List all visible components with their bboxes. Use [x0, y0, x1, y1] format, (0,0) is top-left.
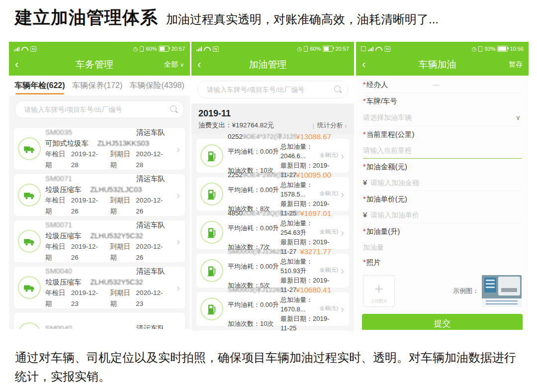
total-fuel: 2046.6... [280, 152, 306, 160]
record-id-masked: 2OE4*23Q(津J22256) [243, 209, 300, 217]
inspection-date-label: 年检日期 [45, 241, 68, 263]
latest-date-label: 最新日期： [280, 200, 313, 207]
search-input[interactable] [23, 105, 167, 114]
stats-analysis-link[interactable]: | 统计分析 › [313, 121, 347, 130]
save-draft-button[interactable]: 暂存 [493, 60, 523, 69]
vehicle-card[interactable]: SM0071 清运车队 垃圾压缩车 ZLHU532LJC03 年检日期 2019… [14, 174, 185, 216]
volume-input[interactable]: 加油量 [363, 239, 522, 255]
expire-date: 2020-12-26 [136, 195, 165, 217]
battery-icon [159, 46, 169, 52]
search-input[interactable] [206, 86, 331, 94]
latest-date-label: 最新日期： [280, 315, 313, 322]
avg-consumption: 0.00升 [260, 263, 279, 270]
chevron-down-icon: ∨ [180, 62, 184, 68]
vehicle-card[interactable]: SM0035 清运车队 可卸式垃圾车 ZLHJ513KKS03 年检日期 201… [14, 128, 185, 170]
page-header: 建立加油管理体系 加油过程真实透明，对账准确高效，油耗清晰明了... [15, 6, 527, 29]
fuel-record-card[interactable]: SM0003(津J12265) ¥10680.41 平均油耗：0.00升 总加油… [196, 292, 349, 326]
amount-input[interactable]: ¥请输入加油金额 [363, 175, 522, 191]
nfc-icon: N [30, 46, 36, 52]
fleet-name: 清运车队 [136, 266, 165, 277]
vehicle-card[interactable]: SM0071 清运车队 垃圾压缩车 ZLHU532Y5C32 年检日期 2019… [14, 220, 185, 262]
total-fuel-label: 总加油量： [280, 219, 313, 227]
avg-consumption-label: 平均油耗： [228, 148, 260, 155]
vehicle-select[interactable]: 请选择加油车辆 ∨ [363, 109, 522, 126]
mileage-input[interactable]: 请输入当前里程 [363, 142, 522, 159]
chevron-right-icon: › [177, 282, 180, 294]
total-fuel: 510.93升 [280, 267, 307, 275]
avg-consumption: 0.00升 [260, 224, 279, 232]
phone1-search-area [9, 96, 190, 123]
inspection-date: 2019-12-26 [71, 195, 100, 217]
chevron-right-icon: › [177, 236, 180, 247]
vehicle-card[interactable]: SM0040 清运车队 年检日期 到期日期 [14, 313, 185, 329]
price-label-row: *加油单价(元) [363, 191, 522, 207]
phone2-statusbar: N ◷ 60% 20:57 [191, 42, 354, 56]
back-icon[interactable]: ‹ [197, 60, 217, 70]
inspection-date: 2019-12-26 [71, 241, 100, 263]
phone1-title: 车务管理 [35, 58, 154, 71]
amount-label: 加油金额(元) [366, 163, 407, 171]
latest-date-label: 最新日期： [280, 277, 313, 284]
phone2-navbar: ‹ 加油管理 [191, 56, 354, 76]
amount-unit-label: 金额(元) [320, 190, 338, 197]
example-label: 示例图： [453, 287, 479, 295]
operator-value: — [433, 77, 440, 93]
fuel-record-card[interactable]: SM0000(津J13625) ¥3271.77 平均油耗：0.00升 总加油量… [196, 254, 349, 288]
page-subtitle: 加油过程真实透明，对账准确高效，油耗清晰明了... [166, 11, 439, 27]
amount-unit-label: 金额(元) [320, 305, 338, 312]
signal-icon [14, 46, 19, 51]
vehicle-type: 垃圾压缩车 [45, 230, 82, 241]
signal-icon [368, 46, 373, 51]
submit-button[interactable]: 提交 [362, 314, 523, 330]
back-icon[interactable]: ‹ [15, 60, 35, 70]
chevron-right-icon: › [177, 190, 180, 201]
refuel-form: *经办人 — *车牌/车号 请选择加油车辆 ∨ *当前里程(公里) 请输入当前里… [356, 76, 529, 310]
fuel-record-card[interactable]: 22529OE4*2W9(津J12254) ¥10095.00 平均油耗：0.0… [196, 177, 349, 211]
nfc-icon: N [213, 46, 219, 52]
signal-icon [196, 46, 202, 51]
upload-photo-button[interactable]: + 上传图片 [363, 275, 395, 307]
alarm-icon: ◷ [472, 46, 477, 52]
phone1-tabs: 车辆年检(622) 车辆保养(172) 车辆保险(4398) [9, 76, 190, 96]
month-summary: 2019-11 油费支出：¥192764.82元 | 统计分析 › [191, 103, 354, 134]
alarm-icon: ◷ [133, 46, 138, 52]
battery-percent: 93% [484, 46, 495, 52]
vehicle-id: SM0071 [45, 173, 72, 184]
fuel-pump-icon [200, 259, 223, 282]
clock-text: 10:56 [510, 46, 524, 52]
record-id-masked: 9OE4*2W9(津J12254) [243, 171, 296, 179]
search-box[interactable] [197, 81, 348, 98]
fuel-record-list: 02529OE4*372(津J12545) ¥13088.67 平均油耗：0.0… [191, 139, 354, 331]
fuel-pump-icon [200, 221, 223, 244]
amount-unit-label: 金额(元) [320, 228, 338, 235]
vehicle-card[interactable]: SM0040 清运车队 垃圾压缩车 ZLHU532Y5C32 年检日期 2019… [14, 267, 185, 308]
expire-date-label: 到期日期 [110, 288, 133, 309]
avg-consumption: 0.00升 [260, 186, 279, 194]
avg-consumption-label: 平均油耗： [228, 301, 260, 308]
volume-placeholder: 加油量 [363, 243, 384, 251]
vehicle-select-placeholder: 请选择加油车辆 [363, 113, 412, 121]
wifi-icon [375, 47, 382, 51]
tab-annual-inspection[interactable]: 车辆年检(622) [13, 76, 66, 96]
fuel-record-card[interactable]: 02529OE4*372(津J12545) ¥13088.67 平均油耗：0.0… [196, 139, 349, 173]
fuel-record-card[interactable]: 48502OE4*23Q(津J22256) ¥1697.01 平均油耗：0.00… [196, 215, 349, 249]
amount-label-row: *加油金额(元) [363, 159, 522, 175]
inspection-date-label: 年检日期 [45, 288, 68, 309]
back-icon[interactable]: ‹ [362, 60, 382, 70]
clock-text: 20:57 [171, 46, 185, 52]
avg-consumption: 0.00升 [260, 148, 279, 155]
upload-text: 上传图片 [363, 298, 394, 304]
filter-all-button[interactable]: 全部 ∨ [154, 60, 184, 69]
avg-consumption: 0.00升 [260, 301, 279, 308]
phone2-header: N ◷ 60% 20:57 ‹ 加油管理 [191, 42, 354, 76]
fuel-record-card[interactable]: SM0000 ¥6857.00 平均油耗： 总加油量： 加油次数： 最新日期： … [196, 330, 349, 331]
expire-date: 2020-12-28 [136, 149, 165, 171]
tab-maintenance[interactable]: 车辆保养(172) [71, 76, 123, 96]
fuel-pump-icon [200, 144, 223, 167]
vehicle-id: SM0035 [45, 127, 72, 138]
price-input[interactable]: ¥请输入加油单价 [363, 207, 522, 223]
tab-insurance[interactable]: 车辆保险(4398) [129, 76, 185, 96]
search-box[interactable] [15, 100, 184, 118]
inspection-date-label: 年检日期 [45, 195, 68, 217]
expire-date-label: 到期日期 [110, 241, 133, 263]
